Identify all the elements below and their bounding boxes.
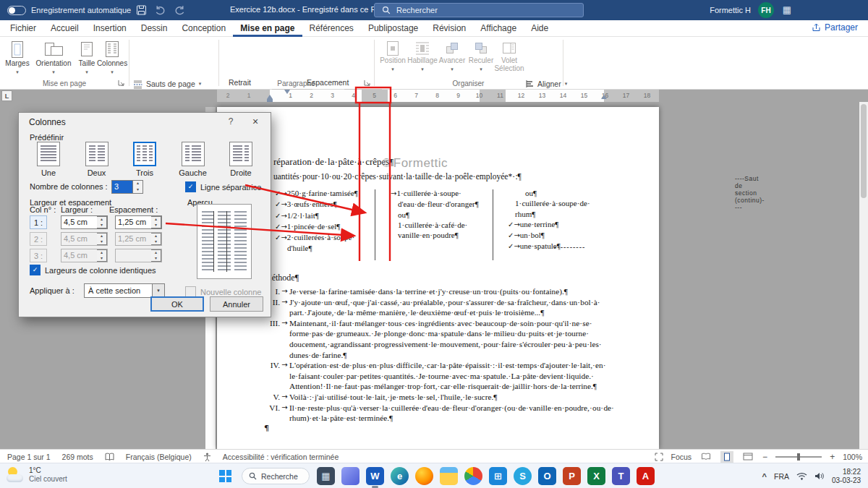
language-indicator[interactable]: Français (Belgique) [126, 453, 192, 461]
wrap-text-button[interactable]: Habillage▾ [408, 40, 437, 73]
read-mode-button[interactable] [699, 451, 712, 463]
new-column-checkbox[interactable]: Nouvelle colonne [185, 286, 261, 297]
column-preset-option[interactable]: Droite [220, 142, 262, 177]
ok-button[interactable]: OK [150, 296, 204, 312]
column-spacing-field[interactable]: 1,25 cm▴▾ [115, 232, 162, 246]
undo-icon[interactable] [155, 5, 166, 15]
column-width-field[interactable]: 4,5 cm▴▾ [61, 232, 108, 246]
dialog-close-button[interactable]: × [246, 116, 265, 127]
document-title[interactable]: Exercice 12b.docx - Enregistré dans ce P… [230, 5, 382, 14]
first-line-indent-marker[interactable] [284, 90, 290, 94]
spinner[interactable]: ▴▾ [133, 180, 143, 194]
wifi-icon[interactable] [796, 472, 807, 480]
spinner[interactable]: ▴▾ [97, 233, 107, 245]
ribbon-tab[interactable]: Accueil [43, 20, 86, 37]
teams-icon[interactable]: T [612, 467, 630, 485]
spinner[interactable]: ▴▾ [151, 249, 161, 262]
save-icon[interactable] [136, 5, 148, 15]
horizontal-ruler[interactable]: L 2 1 123456789101112131415161718 [0, 90, 868, 102]
skype-icon[interactable]: S [514, 467, 532, 485]
column-spacing-field[interactable]: ▴▾ [115, 249, 162, 262]
ribbon-tab[interactable]: Insertion [86, 20, 134, 37]
right-indent-marker[interactable] [601, 95, 607, 99]
taskbar-search[interactable]: Recherche [242, 468, 310, 484]
edge-icon[interactable]: e [391, 467, 409, 485]
cancel-button[interactable]: Annuler [210, 296, 263, 312]
num-columns-spinner[interactable]: 3 ▴▾ [111, 180, 143, 194]
zoom-out-button[interactable]: − [762, 452, 767, 462]
share-button[interactable]: Partager [812, 22, 858, 33]
ribbon-tab[interactable]: Conception [174, 20, 233, 37]
tray-expand-icon[interactable]: ^ [762, 472, 767, 481]
autosave-toggle[interactable] [7, 6, 26, 15]
spinner[interactable]: ▴▾ [97, 216, 107, 228]
orientation-button[interactable]: Orientation▾ [33, 40, 74, 76]
column-width-field[interactable]: 4,5 cm▴▾ [61, 215, 108, 229]
dialog-help-button[interactable]: ? [223, 116, 239, 127]
avatar[interactable]: FH [758, 2, 774, 18]
scrollbar-thumb[interactable] [861, 104, 867, 198]
firefox-icon[interactable] [415, 467, 433, 485]
ribbon-options-icon[interactable]: ▦ [781, 4, 793, 16]
page-breaks-button[interactable]: Sauts de page▾ [133, 78, 201, 90]
zoom-level[interactable]: 100% [843, 453, 862, 461]
size-button[interactable]: Taille▾ [75, 40, 98, 76]
accessibility-status[interactable]: Accessibilité : vérification terminée [223, 453, 339, 461]
volume-icon[interactable] [814, 472, 825, 480]
line-separator-checkbox[interactable]: ✓ Ligne séparatrice [185, 181, 261, 192]
print-layout-button[interactable] [720, 451, 733, 463]
ribbon-tab[interactable]: Révision [425, 20, 473, 37]
apply-to-dropdown[interactable]: À cette section ▾ [84, 283, 165, 298]
ribbon-tab[interactable]: Références [302, 20, 361, 37]
position-button[interactable]: Position▾ [379, 40, 407, 73]
chrome-icon[interactable] [464, 467, 482, 485]
tab-selector[interactable]: L [1, 90, 12, 101]
ribbon-tab[interactable]: Aide [524, 20, 556, 37]
word-count[interactable]: 269 mots [62, 453, 93, 461]
weather-widget[interactable]: 1°CCiel couvert [6, 466, 67, 484]
titlebar-search[interactable]: Rechercher [374, 3, 584, 17]
spinner[interactable]: ▴▾ [151, 233, 161, 245]
ribbon-tab[interactable]: Mise en page [233, 20, 302, 37]
vertical-scrollbar[interactable] [859, 102, 868, 449]
ribbon-tab[interactable]: Publipostage [361, 20, 425, 37]
ribbon-tab[interactable]: Affichage [473, 20, 524, 37]
file-explorer-icon[interactable] [440, 467, 458, 485]
spinner[interactable]: ▴▾ [97, 249, 107, 262]
column-width-field[interactable]: 4,5 cm▴▾ [61, 249, 108, 262]
columns-button[interactable]: Colonnes▾ [97, 40, 127, 76]
column-preset-option[interactable]: Gauche [172, 142, 214, 177]
chat-icon[interactable] [341, 467, 359, 485]
start-button[interactable] [219, 470, 231, 482]
zoom-slider-thumb[interactable] [797, 453, 800, 461]
dialog-launcher-icon[interactable] [118, 80, 125, 87]
word-icon[interactable]: W [366, 467, 384, 485]
focus-button[interactable]: Focus [671, 453, 692, 461]
outlook-icon[interactable]: O [538, 467, 556, 485]
dialog-launcher-icon[interactable] [364, 80, 371, 87]
bring-forward-button[interactable]: Avancer▾ [438, 40, 466, 73]
excel-icon[interactable]: X [587, 467, 605, 485]
powerpoint-icon[interactable]: P [563, 467, 581, 485]
equal-width-checkbox[interactable]: ✓ Largeurs de colonne identiques [30, 265, 156, 275]
send-backward-button[interactable]: Reculer▾ [467, 40, 495, 73]
zoom-in-button[interactable]: + [830, 452, 835, 462]
ribbon-tab[interactable]: Dessin [134, 20, 175, 37]
spinner[interactable]: ▴▾ [151, 216, 161, 228]
margins-button[interactable]: Marges▾ [3, 40, 32, 76]
input-language[interactable]: FRA [774, 472, 789, 481]
clock[interactable]: 18:2203-03-23 [832, 468, 861, 485]
redo-icon[interactable] [174, 5, 185, 15]
zoom-slider[interactable] [775, 456, 822, 458]
store-icon[interactable]: ⊞ [489, 467, 507, 485]
column-preset-option[interactable]: Deux [76, 142, 118, 177]
ribbon-tab[interactable]: Fichier [3, 20, 43, 37]
acrobat-icon[interactable]: A [637, 467, 655, 485]
document-page[interactable]: réparation· de· la· pâte· à· crêpes¶ uan… [217, 107, 659, 449]
proofing-icon[interactable] [105, 453, 114, 461]
column-spacing-field[interactable]: 1,25 cm▴▾ [115, 215, 162, 229]
column-preset-option[interactable]: Une [27, 142, 69, 177]
web-layout-button[interactable] [741, 451, 754, 463]
selection-pane-button[interactable]: Volet Sélection [496, 40, 522, 72]
column-preset-option[interactable]: Trois [124, 142, 166, 177]
